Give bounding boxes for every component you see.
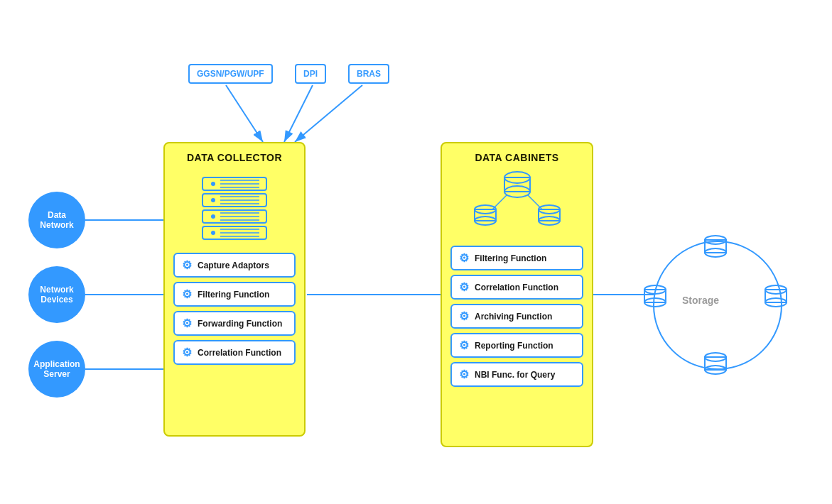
database-cluster-icon <box>450 170 583 234</box>
node-network-devices: Network Devices <box>28 266 85 323</box>
gear-icon: ⚙ <box>459 339 469 352</box>
data-cabinets-box: DATA CABINETS ⚙ <box>441 142 593 447</box>
func-forwarding: ⚙ Forwarding Function <box>173 311 296 336</box>
svg-rect-37 <box>539 209 560 221</box>
func-capture-adaptors: ⚙ Capture Adaptors <box>173 253 296 278</box>
svg-line-40 <box>528 195 542 209</box>
data-cabinets-title: DATA CABINETS <box>450 152 583 163</box>
gear-icon: ⚙ <box>459 251 469 265</box>
label-dpi: DPI <box>295 64 326 84</box>
func-correlation: ⚙ Correlation Function <box>173 340 296 365</box>
label-ggsn: GGSN/PGW/UPF <box>188 64 273 84</box>
gear-icon: ⚙ <box>459 368 469 381</box>
gear-icon: ⚙ <box>182 317 192 330</box>
svg-point-16 <box>211 198 215 202</box>
svg-line-2 <box>284 85 313 142</box>
svg-rect-42 <box>705 240 726 253</box>
svg-point-26 <box>211 231 215 235</box>
data-collector-box: DATA COLLECTOR <box>163 142 306 437</box>
svg-point-11 <box>211 182 215 186</box>
storage-db-bottom <box>700 351 732 380</box>
func-filtering: ⚙ Filtering Function <box>173 282 296 307</box>
node-application-server: Application Server <box>28 341 85 398</box>
storage-label: Storage <box>682 295 719 306</box>
svg-line-3 <box>295 85 362 142</box>
svg-rect-45 <box>765 290 787 302</box>
storage-db-left <box>639 284 671 312</box>
storage-db-top <box>700 234 732 263</box>
svg-rect-31 <box>504 177 530 192</box>
gear-icon: ⚙ <box>459 280 469 294</box>
gear-icon: ⚙ <box>182 258 192 272</box>
svg-point-21 <box>211 214 215 219</box>
func-cabinet-archiving: ⚙ Archiving Function <box>450 304 583 329</box>
svg-rect-34 <box>475 209 496 221</box>
storage-db-right <box>760 284 792 312</box>
node-data-network: Data Network <box>28 192 85 248</box>
func-cabinet-nbi: ⚙ NBI Func. for Query <box>450 362 583 387</box>
diagram-container: GGSN/PGW/UPF DPI BRAS Data Network Netwo… <box>0 0 832 504</box>
svg-line-1 <box>226 85 263 142</box>
func-cabinet-filtering: ⚙ Filtering Function <box>450 246 583 270</box>
label-bras: BRAS <box>348 64 389 84</box>
func-cabinet-correlation: ⚙ Correlation Function <box>450 275 583 300</box>
gear-icon: ⚙ <box>182 346 192 359</box>
data-collector-title: DATA COLLECTOR <box>173 152 296 163</box>
server-icon <box>173 170 296 241</box>
gear-icon: ⚙ <box>182 287 192 301</box>
svg-rect-48 <box>705 357 726 370</box>
gear-icon: ⚙ <box>459 309 469 323</box>
svg-line-39 <box>492 195 507 209</box>
func-cabinet-reporting: ⚙ Reporting Function <box>450 333 583 358</box>
svg-rect-51 <box>644 290 666 302</box>
